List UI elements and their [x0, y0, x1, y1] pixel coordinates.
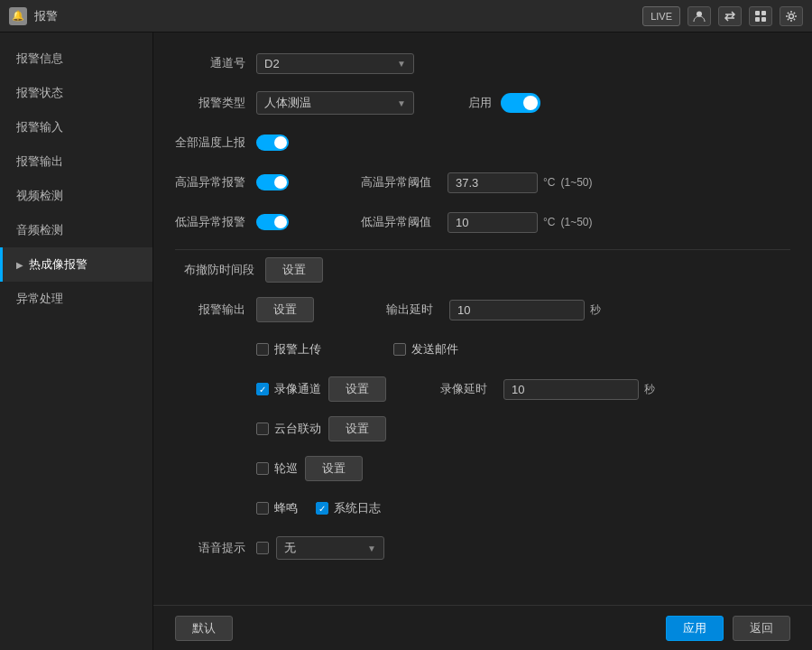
send-email-checkbox[interactable] [393, 343, 406, 356]
buzzer-checkbox[interactable] [256, 502, 269, 515]
bottom-bar: 默认 应用 返回 [153, 605, 812, 650]
upload-email-row: 报警上传 发送邮件 [175, 337, 790, 362]
svg-point-5 [789, 14, 794, 18]
default-button[interactable]: 默认 [175, 616, 233, 641]
buzzer-syslog-row: 蜂鸣 系统日志 [175, 496, 790, 521]
patrol-wrap[interactable]: 轮巡 [256, 460, 298, 477]
schedule-button[interactable]: 设置 [265, 257, 323, 283]
grid-icon[interactable] [749, 6, 772, 26]
schedule-label: 布撤防时间段 [175, 262, 265, 278]
app-icon: 🔔 [9, 7, 27, 25]
celsius-unit: °C [543, 176, 555, 189]
alarm-type-row: 报警类型 人体测温 ▼ 启用 [175, 90, 790, 116]
sidebar-item-alarm-status[interactable]: 报警状态 [0, 76, 152, 110]
buzzer-wrap[interactable]: 蜂鸣 [256, 500, 298, 516]
low-alarm-label: 低温异常报警 [175, 214, 256, 230]
ptz-link-button[interactable]: 设置 [328, 416, 386, 441]
record-delay-input[interactable] [503, 379, 639, 400]
channel-dropdown[interactable]: D2 ▼ [256, 53, 414, 74]
top-buttons: LIVE [642, 6, 803, 26]
sidebar-item-alarm-info[interactable]: 报警信息 [0, 42, 152, 76]
alarm-upload-wrap[interactable]: 报警上传 [256, 341, 321, 358]
settings-icon[interactable] [780, 6, 803, 26]
voice-prompt-label: 语音提示 [175, 540, 256, 556]
chevron-down-icon2: ▼ [367, 543, 376, 553]
alarm-type-label: 报警类型 [175, 95, 256, 111]
record-delay-label: 录像延时 [440, 381, 487, 397]
high-alarm-label: 高温异常报警 [175, 174, 256, 190]
all-temp-row: 全部温度上报 [175, 130, 790, 155]
sidebar-label: 热成像报警 [29, 256, 88, 273]
send-email-wrap[interactable]: 发送邮件 [393, 341, 458, 358]
right-buttons: 应用 返回 [666, 616, 790, 641]
low-thresh-range: (1~50) [560, 216, 592, 228]
return-button[interactable]: 返回 [733, 616, 790, 641]
content-area: 通道号 D2 ▼ 报警类型 人体测温 ▼ 启用 全部温度上报 高温异常报警 高温… [153, 32, 812, 650]
voice-prompt-row: 语音提示 无 ▼ [175, 535, 790, 561]
sidebar-label: 报警输出 [16, 153, 63, 170]
apply-button[interactable]: 应用 [666, 616, 724, 641]
patrol-button[interactable]: 设置 [305, 456, 363, 481]
app-title: 报警 [34, 8, 58, 24]
low-thresh-label: 低温异常阈值 [361, 214, 431, 230]
sidebar-item-video-detect[interactable]: 视频检测 [0, 179, 152, 213]
sidebar-item-alarm-input[interactable]: 报警输入 [0, 110, 152, 144]
syslog-checkbox[interactable] [316, 502, 328, 515]
record-channel-button[interactable]: 设置 [328, 376, 386, 402]
ptz-link-row: 云台联动 设置 [175, 416, 790, 441]
ptz-link-wrap[interactable]: 云台联动 [256, 421, 321, 437]
record-channel-wrap[interactable]: 录像通道 [256, 381, 321, 397]
alarm-output-label: 报警输出 [175, 302, 256, 318]
chevron-down-icon: ▼ [397, 59, 406, 69]
svg-rect-4 [761, 17, 766, 22]
send-email-label: 发送邮件 [411, 341, 458, 358]
output-delay-input[interactable] [449, 300, 585, 320]
svg-rect-3 [755, 17, 760, 22]
high-thresh-range: (1~50) [560, 176, 592, 189]
sidebar-label: 报警输入 [16, 119, 63, 135]
sidebar-label: 报警信息 [16, 51, 63, 67]
buzzer-label: 蜂鸣 [274, 500, 298, 516]
separator-1 [175, 249, 790, 250]
sidebar-item-thermal-alarm[interactable]: ▶ 热成像报警 [0, 247, 152, 282]
alarm-upload-checkbox[interactable] [256, 343, 269, 356]
enable-label: 启用 [468, 95, 492, 111]
user-icon[interactable] [687, 6, 711, 26]
patrol-label: 轮巡 [274, 460, 298, 477]
sidebar-label: 报警状态 [16, 85, 63, 101]
low-alarm-toggle[interactable] [256, 214, 289, 230]
all-temp-toggle[interactable] [256, 135, 289, 151]
channel-label: 通道号 [175, 55, 256, 71]
voice-prompt-check-wrap[interactable] [256, 542, 269, 554]
voice-prompt-dropdown[interactable]: 无 ▼ [276, 536, 384, 560]
transfer-icon[interactable] [718, 6, 742, 26]
sidebar-item-audio-detect[interactable]: 音频检测 [0, 213, 152, 247]
record-channel-checkbox[interactable] [256, 383, 269, 395]
sidebar-item-alarm-output[interactable]: 报警输出 [0, 144, 152, 179]
alarm-type-dropdown[interactable]: 人体测温 ▼ [256, 91, 414, 115]
svg-rect-2 [761, 11, 766, 15]
high-thresh-input[interactable] [448, 172, 538, 193]
enable-toggle[interactable] [501, 93, 540, 113]
syslog-wrap[interactable]: 系统日志 [316, 500, 381, 516]
arrow-icon: ▶ [16, 260, 23, 270]
voice-prompt-checkbox[interactable] [256, 542, 269, 554]
low-thresh-input[interactable] [448, 212, 538, 233]
low-alarm-row: 低温异常报警 低温异常阈值 °C (1~50) [175, 209, 790, 235]
sidebar-item-exception[interactable]: 异常处理 [0, 282, 152, 316]
sidebar-label: 异常处理 [16, 291, 63, 307]
alarm-output-button[interactable]: 设置 [256, 297, 314, 322]
svg-rect-1 [755, 11, 760, 15]
ptz-link-label: 云台联动 [274, 421, 321, 437]
ptz-link-checkbox[interactable] [256, 422, 269, 435]
schedule-row: 布撤防时间段 设置 [175, 257, 790, 283]
record-delay-unit: 秒 [644, 382, 655, 397]
patrol-checkbox[interactable] [256, 462, 269, 475]
output-delay-label: 输出延时 [386, 302, 433, 318]
high-alarm-toggle[interactable] [256, 174, 289, 190]
syslog-label: 系统日志 [334, 500, 381, 516]
alarm-output-row: 报警输出 设置 输出延时 秒 [175, 297, 790, 322]
sidebar: 报警信息 报警状态 报警输入 报警输出 视频检测 音频检测 ▶ 热成像报警 异常… [0, 32, 153, 650]
live-button[interactable]: LIVE [642, 6, 680, 26]
record-channel-row: 录像通道 设置 录像延时 秒 [175, 376, 790, 402]
